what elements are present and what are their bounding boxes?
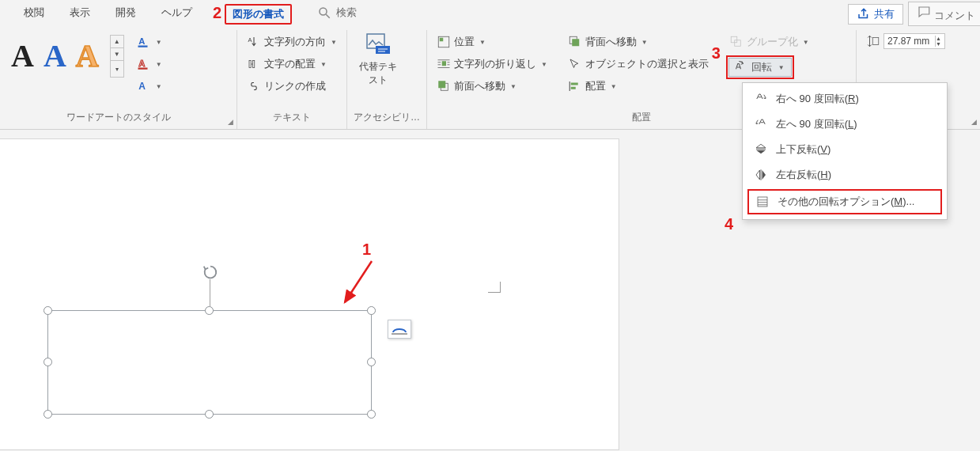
text-effects-button[interactable]: A ▼ — [134, 78, 165, 95]
align-icon — [568, 79, 582, 93]
chevron-down-icon: ▼ — [778, 64, 785, 71]
height-field[interactable]: 27.87 mm ▲▼ — [863, 32, 948, 51]
text-fill-button[interactable]: A ▼ — [134, 33, 165, 51]
menu-bar: 校閲 表示 開発 ヘルプ 2 図形の書式 検索 共有 コメント — [0, 0, 980, 25]
dialog-launcher-icon[interactable]: ◢ — [971, 118, 977, 126]
resize-handle-bl[interactable] — [44, 410, 52, 419]
selected-shape[interactable] — [47, 310, 372, 415]
gallery-up-icon[interactable]: ▲ — [111, 36, 123, 48]
svg-rect-32 — [872, 38, 879, 45]
bring-forward-button[interactable]: 前面へ移動▼ — [433, 78, 551, 95]
resize-handle-ml[interactable] — [44, 358, 52, 366]
height-text: 27.87 mm — [887, 36, 929, 47]
backward-label: 背面へ移動 — [585, 35, 637, 49]
position-label: 位置 — [454, 35, 475, 49]
gallery-more-icon[interactable]: ▾ — [111, 61, 123, 77]
wrap-text-button[interactable]: 文字列の折り返し▼ — [433, 55, 551, 73]
text-direction-icon: A — [247, 35, 261, 49]
resize-handle-br[interactable] — [367, 410, 376, 419]
text-outline-button[interactable]: A ▼ — [134, 55, 165, 73]
layout-options-icon — [392, 324, 407, 335]
selpane-label: オブジェクトの選択と表示 — [585, 57, 709, 71]
group-label: グループ化 — [747, 35, 798, 49]
create-link-button[interactable]: リンクの作成 — [244, 78, 340, 95]
comment-icon — [917, 5, 931, 19]
search-box[interactable]: 検索 — [317, 6, 357, 20]
svg-rect-28 — [571, 83, 578, 85]
align-label: 配置 — [585, 79, 606, 93]
rotate-left-90-item[interactable]: 左へ 90 度回転(L) — [743, 112, 947, 137]
dialog-launcher-icon[interactable]: ◢ — [228, 118, 233, 126]
gallery-scroll[interactable]: ▲ ▼ ▾ — [110, 35, 124, 78]
svg-text:A: A — [248, 36, 252, 44]
search-label: 検索 — [336, 6, 357, 20]
flip-horizontal-item[interactable]: 左右反転(H) — [743, 162, 947, 188]
rotate-highlight: 回転 ▼ — [726, 55, 794, 79]
wordart-style-2[interactable]: A — [42, 39, 68, 74]
menu-view[interactable]: 表示 — [62, 2, 98, 23]
text-direction-button[interactable]: A 文字列の方向▼ — [244, 33, 340, 51]
comment-label: コメント — [934, 9, 975, 21]
position-button[interactable]: 位置▼ — [433, 33, 551, 51]
resize-handle-tl[interactable] — [44, 306, 52, 315]
menu-shape-format[interactable]: 図形の書式 — [225, 4, 292, 25]
annot-2: 2 — [213, 4, 221, 22]
bring-forward-icon — [437, 79, 451, 93]
menu-help[interactable]: ヘルプ — [153, 2, 200, 23]
comment-button[interactable]: コメント — [908, 2, 980, 26]
align-text-button[interactable]: 文字の配置▼ — [244, 55, 340, 73]
svg-rect-30 — [731, 36, 737, 43]
height-value[interactable]: 27.87 mm ▲▼ — [884, 33, 945, 49]
svg-text:A: A — [138, 59, 145, 68]
rotate-right-90-item[interactable]: 右へ 90 度回転(R) — [743, 86, 947, 112]
svg-rect-3 — [138, 46, 147, 47]
wordart-gallery[interactable]: A A A ▲ ▼ ▾ — [6, 30, 127, 82]
resize-handle-tm[interactable] — [205, 306, 214, 315]
resize-handle-tr[interactable] — [367, 306, 376, 315]
svg-rect-33 — [758, 197, 767, 207]
share-label: 共有 — [874, 7, 895, 21]
group-text: A 文字列の方向▼ 文字の配置▼ リンクの作成 テキスト — [237, 30, 347, 129]
resize-handle-bm[interactable] — [205, 410, 214, 419]
link-icon — [247, 79, 261, 93]
send-backward-button[interactable]: 背面へ移動▼ — [565, 33, 712, 51]
group-label-wordart: ワードアートのスタイル — [6, 109, 230, 127]
alt-text-button[interactable]: 代替テキスト — [354, 30, 403, 89]
resize-handle-mr[interactable] — [367, 358, 376, 366]
chevron-down-icon: ▼ — [156, 39, 162, 46]
wordart-style-3[interactable]: A — [74, 39, 100, 74]
rotation-handle[interactable] — [202, 263, 219, 283]
selection-pane-button[interactable]: オブジェクトの選択と表示 — [565, 55, 712, 73]
share-button[interactable]: 共有 — [848, 4, 903, 25]
svg-text:A: A — [138, 36, 145, 46]
wrap-label: 文字列の折り返し — [454, 57, 536, 71]
rotate-dropdown: 右へ 90 度回転(R) 左へ 90 度回転(L) 上下反転(V) 左右反転(H… — [742, 82, 948, 220]
gallery-down-icon[interactable]: ▼ — [111, 48, 123, 61]
create-link-label: リンクの作成 — [264, 79, 326, 93]
align-objects-button[interactable]: 配置▼ — [565, 78, 712, 95]
wordart-style-1[interactable]: A — [9, 39, 36, 74]
share-icon — [857, 7, 871, 21]
group-accessibility: 代替テキスト アクセシビリ… — [347, 30, 427, 129]
svg-line-1 — [326, 14, 330, 18]
menu-review[interactable]: 校閲 — [16, 2, 52, 23]
layout-options-button[interactable] — [388, 320, 411, 339]
rotate-left-label: 左へ 90 度回転(L) — [776, 117, 857, 131]
wrap-icon — [437, 57, 451, 71]
svg-rect-5 — [138, 68, 147, 70]
page[interactable] — [0, 139, 619, 449]
more-rotation-options-item[interactable]: その他の回転オプション(M)... — [747, 189, 942, 214]
svg-rect-31 — [735, 40, 741, 47]
group-wordart: A A A ▲ ▼ ▾ A ▼ A ▼ A — [0, 30, 237, 129]
text-cursor — [488, 282, 501, 293]
annot-1: 1 — [362, 241, 371, 259]
svg-rect-8 — [249, 61, 251, 68]
text-outline-icon: A — [137, 57, 151, 71]
rotate-right-label: 右へ 90 度回転(R) — [776, 92, 859, 106]
height-stepper[interactable]: ▲▼ — [935, 36, 941, 47]
svg-rect-24 — [438, 81, 445, 88]
flip-vertical-item[interactable]: 上下反転(V) — [743, 137, 947, 162]
menu-developer[interactable]: 開発 — [108, 2, 144, 23]
svg-point-0 — [320, 8, 327, 15]
rotate-button[interactable]: 回転 ▼ — [728, 58, 792, 77]
